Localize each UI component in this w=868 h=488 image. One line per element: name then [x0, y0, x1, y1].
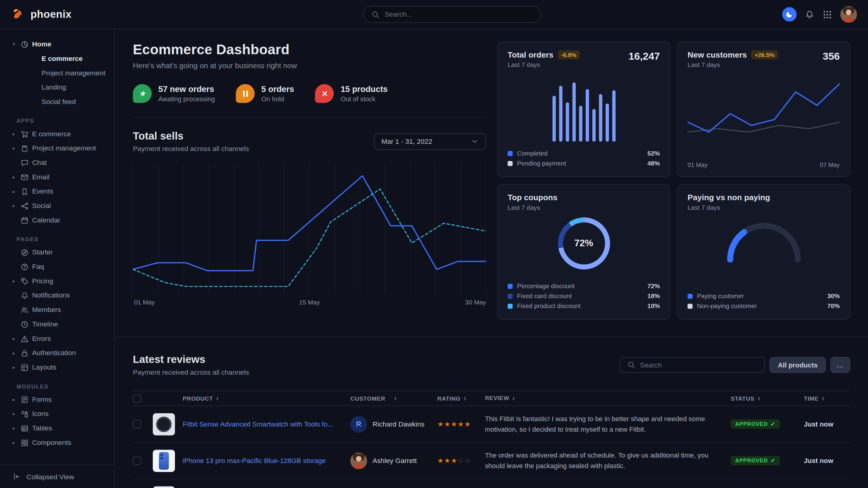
sidebar-item-label: Pricing [32, 277, 53, 285]
review-time: Just now [804, 457, 850, 464]
caret-right-icon: ▸ [11, 336, 17, 341]
column-header-rating[interactable]: RATING▴▾ [437, 395, 485, 402]
legend-label: Paying customer [697, 293, 744, 299]
global-search-input[interactable] [385, 10, 533, 19]
sidebar-item-home[interactable]: ▾ Home [0, 37, 114, 52]
trend-badge: -6.8% [558, 50, 580, 59]
product-thumbnail[interactable] [153, 486, 175, 488]
review-row: Fitbit Sense Advanced Smartwatch with To… [133, 406, 850, 443]
sidebar-item-label: Notifications [32, 291, 70, 299]
card-period: Last 7 days [507, 204, 557, 211]
legend-label: Percentage discount [517, 283, 575, 289]
search-icon [627, 361, 636, 369]
sidebar-item[interactable]: ▸ Authentication [0, 346, 114, 360]
latest-reviews-section: Latest reviews Payment received across a… [115, 336, 868, 488]
product-link[interactable]: Fitbit Sense Advanced Smartwatch with To… [183, 420, 333, 428]
column-header-customer[interactable]: CUSTOMER▴▾ [350, 395, 437, 402]
row-checkbox[interactable] [133, 456, 142, 465]
collapsed-view-label: Collapsed View [27, 473, 74, 481]
notifications-button[interactable] [805, 10, 814, 19]
sidebar-subitem-label: Social feed [42, 98, 76, 106]
legend-value: 30% [827, 293, 840, 299]
sidebar-section: MODULES ▸ Forms ▸ Icons [0, 383, 114, 450]
sidebar-item[interactable]: ▸ Email [0, 170, 114, 184]
card-title: Top coupons [507, 193, 557, 202]
reviews-table: PRODUCT▴▾ CUSTOMER▴▾ RATING▴▾ REVIEW▴▾ S… [133, 391, 850, 488]
sidebar-item[interactable]: ▸ E commerce [0, 127, 114, 141]
orders-bar-chart [507, 68, 660, 148]
product-link[interactable]: iPhone 13 pro max-Pacific Blue-128GB sto… [183, 457, 326, 464]
x-tick: 07 May [820, 162, 840, 168]
global-search[interactable] [363, 6, 541, 23]
x-tick: 30 May [465, 299, 486, 305]
row-checkbox[interactable] [133, 420, 142, 428]
total-sells-chart: 01 May 15 May 30 May [133, 163, 486, 294]
sidebar-item[interactable]: ▸ Project management [0, 141, 114, 156]
sidebar-item[interactable]: ▸ Forms [0, 392, 114, 406]
card-period: Last 7 days [507, 62, 580, 68]
sidebar-item[interactable]: ▸ Starter [0, 245, 114, 260]
sidebar-item[interactable]: ▸ Events [0, 184, 114, 199]
card-title: New customers [688, 50, 747, 59]
sidebar-item-icon [20, 144, 29, 153]
sidebar-item-icon [20, 438, 29, 447]
column-header-product[interactable]: PRODUCT▴▾ [183, 395, 350, 402]
sidebar-item[interactable]: ▸ Timeline [0, 317, 114, 331]
reviews-search-input[interactable] [640, 361, 758, 369]
sidebar-item-icon [20, 158, 29, 167]
caret-right-icon: ▸ [11, 411, 17, 417]
all-products-button[interactable]: All products [770, 357, 826, 373]
paying-vs-nonpaying-card: Paying vs non paying Last 7 days Paying … [677, 184, 850, 320]
sidebar-item-icon [20, 395, 29, 404]
sidebar-item[interactable]: ▸ Components [0, 435, 114, 450]
navbar-actions [782, 6, 857, 23]
sidebar-item[interactable]: ▸ Errors [0, 331, 114, 346]
sidebar-item[interactable]: ▸ Icons [0, 406, 114, 421]
caret-right-icon: ▸ [11, 174, 17, 180]
sidebar-subitem[interactable]: Project management [0, 66, 114, 80]
collapse-icon [12, 472, 21, 481]
sidebar-subitem[interactable]: Landing [0, 80, 114, 95]
brand[interactable]: phoenix [11, 7, 72, 22]
sidebar-item-label: Authentication [32, 349, 76, 357]
sidebar-item[interactable]: ▸ Chat [0, 156, 114, 170]
column-header-status[interactable]: STATUS▴▾ [731, 395, 804, 402]
legend-swatch [688, 294, 693, 299]
sidebar-item[interactable]: ▸ Tables [0, 421, 114, 435]
theme-toggle-button[interactable] [782, 7, 797, 22]
coupons-donut-chart: 72% [558, 217, 610, 269]
apps-grid-button[interactable] [823, 10, 832, 19]
sidebar-item-icon [20, 187, 29, 196]
sidebar-item[interactable]: ▸ Layouts [0, 360, 114, 375]
sidebar-item[interactable]: ▸ Notifications [0, 288, 114, 303]
dashboard-top: Ecommerce Dashboard Here's what's going … [115, 29, 868, 336]
date-range-select[interactable]: Mar 1 - 31, 2022 [374, 133, 486, 150]
sidebar-item-label: Social [32, 202, 51, 210]
x-tick: 01 May [688, 162, 708, 168]
sidebar-item[interactable]: ▸ Faq [0, 260, 114, 274]
sidebar-item[interactable]: ▸ Pricing [0, 274, 114, 289]
column-header-review[interactable]: REVIEW▴▾ [485, 394, 731, 403]
more-options-button[interactable]: ... [830, 357, 850, 373]
paying-gauge-chart [688, 215, 840, 264]
legend-label: Fixed product discount [517, 303, 580, 309]
sidebar-item-label: Email [32, 173, 49, 181]
product-thumbnail[interactable] [153, 449, 175, 471]
collapsed-view-toggle[interactable]: Collapsed View [0, 465, 114, 488]
total-sells-subtitle: Payment received across all channels [133, 145, 249, 153]
user-avatar[interactable] [840, 6, 857, 23]
caret-right-icon: ▸ [11, 203, 17, 208]
sidebar-item[interactable]: ▸ Calendar [0, 213, 114, 228]
sidebar-item-label: Calendar [32, 217, 60, 224]
sidebar-item[interactable]: ▸ Members [0, 303, 114, 317]
legend-label: Pending payment [517, 160, 566, 166]
sidebar-item-label: Project management [32, 144, 96, 152]
sidebar-subitem[interactable]: Social feed [0, 95, 114, 109]
product-thumbnail[interactable] [153, 413, 175, 435]
reviews-search[interactable] [620, 357, 765, 373]
legend-item: Fixed product discount 10% [507, 301, 660, 311]
sidebar-subitem[interactable]: E commerce [0, 52, 114, 66]
sidebar-item[interactable]: ▸ Social [0, 199, 114, 213]
column-header-time[interactable]: TIME▴▾ [804, 395, 850, 402]
select-all-checkbox[interactable] [133, 394, 142, 403]
